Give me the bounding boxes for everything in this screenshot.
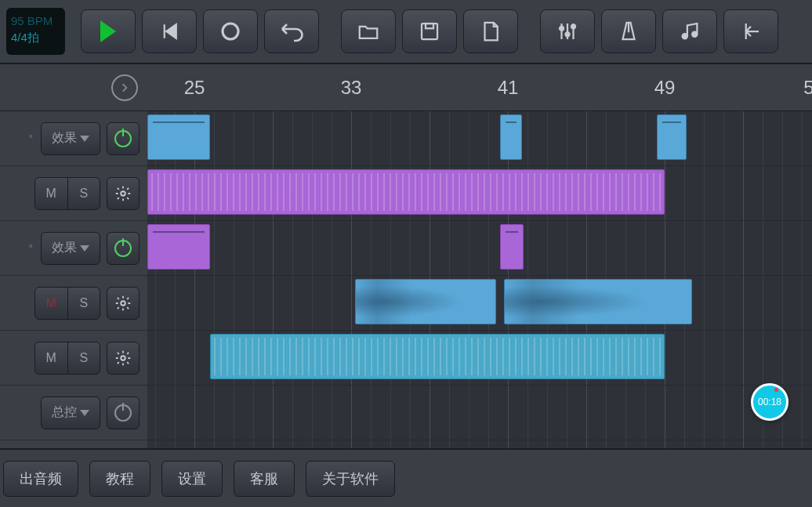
- timer-value: 00:18: [758, 397, 781, 407]
- svg-point-8: [121, 191, 125, 196]
- clip[interactable]: [504, 279, 692, 324]
- track-header-1: ° 效果: [0, 111, 147, 166]
- clip[interactable]: [500, 114, 522, 160]
- track-lane-4[interactable]: [147, 276, 812, 331]
- about-button[interactable]: 关于软件: [306, 461, 395, 497]
- track-lane-1[interactable]: [147, 111, 812, 166]
- fx-label: 效果: [52, 130, 77, 147]
- folder-icon: [357, 20, 380, 43]
- metronome-icon: [617, 20, 640, 43]
- about-label: 关于软件: [322, 469, 379, 488]
- open-button[interactable]: [341, 9, 396, 53]
- panel-header: [0, 64, 147, 111]
- clip[interactable]: [355, 279, 496, 324]
- track-lane-5[interactable]: [147, 331, 812, 386]
- play-button[interactable]: [81, 9, 136, 53]
- svg-point-0: [223, 24, 238, 39]
- export-audio-button[interactable]: 出音频: [3, 461, 78, 497]
- sliders-icon: [556, 20, 579, 43]
- clip[interactable]: [147, 114, 210, 160]
- chevron-down-icon: [80, 410, 89, 416]
- clip[interactable]: [147, 224, 210, 270]
- mute-label: M: [35, 177, 68, 210]
- solo-label: S: [68, 287, 100, 320]
- track-header-5: M S: [0, 331, 147, 386]
- top-toolbar: 95 BPM 4/4拍: [0, 0, 812, 64]
- mute-solo-button[interactable]: M S: [34, 287, 100, 320]
- mute-solo-button[interactable]: M S: [34, 342, 100, 375]
- rotation-marker: °: [29, 242, 33, 254]
- clip[interactable]: [210, 334, 665, 379]
- master-power-button[interactable]: [107, 397, 140, 429]
- svg-point-5: [571, 24, 575, 28]
- track-settings-button[interactable]: [107, 342, 140, 375]
- timeline-ruler[interactable]: 25 33 41 49 5: [147, 64, 812, 111]
- chevron-right-icon: [119, 82, 130, 93]
- tempo-display[interactable]: 95 BPM 4/4拍: [6, 8, 65, 55]
- fx-label: 效果: [52, 240, 77, 256]
- bpm-label: 95 BPM: [11, 13, 60, 29]
- tutorial-button[interactable]: 教程: [89, 461, 150, 497]
- support-label: 客服: [250, 469, 278, 488]
- rotation-marker: °: [29, 132, 33, 144]
- svg-point-4: [566, 32, 570, 36]
- timeline-area[interactable]: 25 33 41 49 5: [147, 64, 812, 448]
- skip-start-icon: [158, 20, 181, 43]
- gear-icon: [114, 185, 132, 202]
- track-lane-6[interactable]: [147, 386, 812, 440]
- save-icon: [418, 20, 441, 43]
- mute-solo-button[interactable]: M S: [34, 177, 100, 210]
- fx-button[interactable]: 效果: [41, 232, 100, 265]
- track-power-button[interactable]: [107, 122, 140, 155]
- track-settings-button[interactable]: [107, 287, 140, 320]
- ruler-tick: 5: [803, 77, 812, 99]
- record-button[interactable]: [203, 9, 258, 53]
- skip-start-button[interactable]: [142, 9, 197, 53]
- clip[interactable]: [147, 169, 665, 215]
- clip[interactable]: [657, 114, 687, 160]
- svg-rect-2: [426, 24, 433, 28]
- solo-label: S: [68, 177, 100, 210]
- ruler-tick: 33: [341, 77, 362, 99]
- svg-point-10: [121, 356, 125, 360]
- track-lane-2[interactable]: [147, 166, 812, 221]
- notes-button[interactable]: [662, 9, 717, 53]
- track-header-4: M S: [0, 276, 147, 331]
- track-settings-button[interactable]: [107, 177, 140, 210]
- snap-button[interactable]: [723, 9, 778, 53]
- settings-label: 设置: [178, 469, 206, 488]
- tutorial-label: 教程: [106, 469, 134, 488]
- svg-rect-1: [422, 24, 437, 39]
- route-button[interactable]: 总控: [41, 397, 100, 429]
- track-panel: ° 效果 M S ° 效果 M: [0, 64, 147, 448]
- track-lane-3[interactable]: [147, 221, 812, 276]
- undo-button[interactable]: [264, 9, 319, 53]
- save-button[interactable]: [402, 9, 457, 53]
- main-area: ° 效果 M S ° 效果 M: [0, 64, 812, 448]
- music-notes-icon: [678, 20, 701, 43]
- settings-button[interactable]: 设置: [161, 461, 223, 497]
- snap-left-icon: [739, 20, 763, 43]
- route-label: 总控: [52, 404, 77, 421]
- ruler-tick: 41: [498, 77, 519, 99]
- track-header-6: 总控: [0, 386, 147, 440]
- gear-icon: [114, 349, 132, 367]
- support-button[interactable]: 客服: [234, 461, 295, 497]
- mute-label: M: [35, 342, 68, 375]
- expand-tracks-button[interactable]: [111, 74, 138, 101]
- chevron-down-icon: [80, 136, 89, 142]
- metronome-button[interactable]: [601, 9, 656, 53]
- export-label: 出音频: [20, 469, 62, 488]
- new-file-button[interactable]: [463, 9, 518, 53]
- mixer-button[interactable]: [540, 9, 595, 53]
- gear-icon: [114, 295, 132, 312]
- track-header-2: M S: [0, 166, 147, 221]
- svg-point-9: [121, 301, 125, 306]
- time-signature-label: 4/4拍: [11, 29, 60, 45]
- clip[interactable]: [500, 224, 524, 270]
- file-icon: [479, 20, 502, 43]
- fx-button[interactable]: 效果: [41, 122, 100, 155]
- recording-timer-bubble[interactable]: 00:18: [751, 383, 788, 421]
- ruler-tick: 25: [184, 77, 205, 99]
- track-power-button[interactable]: [107, 232, 140, 265]
